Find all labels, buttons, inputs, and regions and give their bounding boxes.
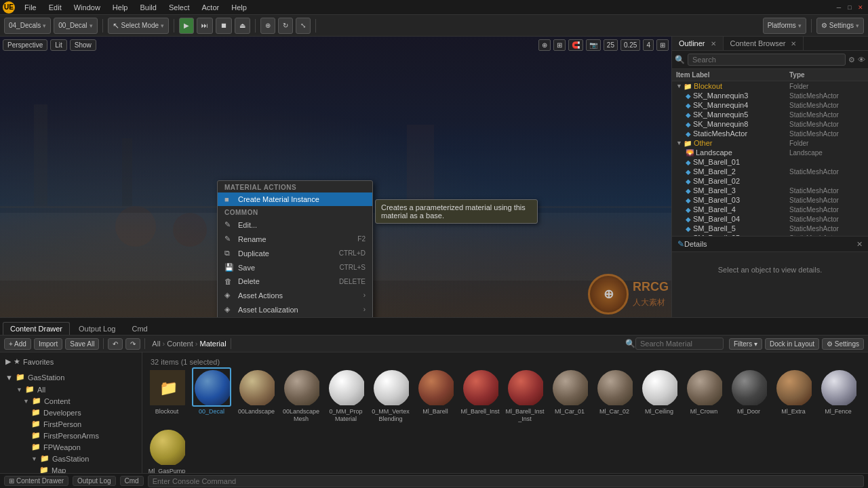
asset-door[interactable]: Ml_Door: [728, 367, 769, 423]
tab-outliner[interactable]: Outliner ✕: [672, 37, 724, 50]
asset-barell-inst2[interactable]: Ml_Barell_Inst _Inst: [505, 367, 545, 423]
tree-item-sk8[interactable]: ◆ SK_Mannequin8 StaticMeshActor: [672, 119, 868, 129]
skip-btn[interactable]: ⏭: [197, 18, 213, 34]
asset-00decal[interactable]: 00_Decal: [191, 367, 232, 423]
lit-btn[interactable]: Lit: [50, 39, 67, 51]
tab-content-browser[interactable]: Content Browser ✕: [724, 37, 804, 50]
tree-item-sk4[interactable]: ◆ SK_Mannequin4 StaticMeshActor: [672, 100, 868, 110]
sidebar-item-firstperson[interactable]: 📁 FirstPerson: [0, 418, 142, 430]
sidebar-item-firstpersonarms[interactable]: 📁 FirstPersonArms: [0, 430, 142, 441]
ctx-asset-actions[interactable]: ◈ Asset Actions ›: [218, 288, 372, 302]
tree-item-barrel2[interactable]: ◆ SM_Barell_2 StaticMeshActor: [672, 167, 868, 176]
maximize-button[interactable]: □: [845, 3, 854, 12]
menu-window[interactable]: Window: [68, 2, 106, 13]
sidebar-item-fpweapon[interactable]: 📁 FPWeapon: [0, 441, 142, 453]
asset-car01[interactable]: Ml_Car_01: [549, 367, 590, 423]
vp-snap-btn[interactable]: 🧲: [568, 39, 583, 51]
show-btn[interactable]: Show: [70, 39, 96, 51]
tree-item-barrel01[interactable]: ◆ SM_Barell_01: [672, 157, 868, 167]
tree-item-barrel5[interactable]: ◆ SM_Barell_5 StaticMeshActor: [672, 224, 868, 233]
asset-car02[interactable]: Ml_Car_02: [594, 367, 635, 423]
tree-item-sk3[interactable]: ◆ SK_Mannequin3 StaticMeshActor: [672, 91, 868, 100]
asset-extra[interactable]: Ml_Extra: [773, 367, 814, 423]
tree-item-other[interactable]: ▼ 📁 Other Folder: [672, 138, 868, 148]
tree-item-barrel04[interactable]: ◆ SM_Barell_04 StaticMeshActor: [672, 214, 868, 224]
asset-mm-prop[interactable]: 0_MM_Prop Material: [326, 367, 366, 423]
outliner-search-input[interactable]: [688, 54, 846, 66]
forward-btn[interactable]: ↷: [125, 338, 140, 350]
tab-content-drawer[interactable]: Content Drawer: [3, 322, 70, 335]
ctx-delete[interactable]: 🗑 Delete DELETE: [218, 274, 372, 288]
history-btn[interactable]: ↶: [108, 338, 123, 350]
vp-grid-btn[interactable]: ⊞: [553, 39, 566, 51]
viewport[interactable]: Perspective Lit Show ⊕ ⊞ 🧲 📷 25 0.25 4 ⊞…: [0, 37, 671, 317]
menu-build[interactable]: Build: [134, 2, 161, 13]
stop-btn[interactable]: ⏹: [216, 18, 232, 34]
cmd-status-btn[interactable]: Cmd: [120, 476, 144, 486]
dock-layout-btn[interactable]: Dock in Layout: [765, 338, 819, 350]
save-all-btn[interactable]: Save All: [65, 338, 99, 350]
project-name-btn[interactable]: 04_Decals ▾: [4, 18, 51, 34]
tree-item-sma[interactable]: ◆ StaticMeshActor StaticMeshActor: [672, 129, 868, 138]
menu-actor[interactable]: Actor: [197, 2, 225, 13]
play-btn[interactable]: ▶: [179, 18, 194, 34]
tree-item-sk5[interactable]: ◆ SK_Mannequin5 StaticMeshActor: [672, 110, 868, 119]
asset-search-input[interactable]: [635, 338, 724, 350]
breadcrumb-all[interactable]: All: [152, 340, 160, 348]
ctx-create-material-instance[interactable]: ■ Create Material Instance: [218, 192, 372, 206]
details-close-btn[interactable]: ✕: [856, 240, 863, 249]
content-drawer-status-btn[interactable]: ⊞ Content Drawer: [4, 476, 68, 486]
console-input[interactable]: [148, 475, 864, 487]
vp-num3[interactable]: 4: [643, 39, 654, 51]
tree-item-barrel02[interactable]: ◆ SM_Barell_02: [672, 176, 868, 186]
vp-num2[interactable]: 0.25: [620, 39, 640, 51]
transform-btn[interactable]: ⊕: [260, 18, 275, 34]
tree-item-barrel03[interactable]: ◆ SM_Barell_03 StaticMeshActor: [672, 195, 868, 205]
ctx-duplicate[interactable]: ⧉ Duplicate CTRL+D: [218, 246, 372, 260]
sidebar-item-all[interactable]: ▼ 📁 All: [0, 384, 142, 395]
project-header[interactable]: ▼ 📁 GasStation: [0, 371, 142, 384]
menu-help2[interactable]: Help: [226, 2, 252, 13]
content-browser-tab-close[interactable]: ✕: [791, 40, 796, 47]
sidebar-item-gasstation[interactable]: ▼ 📁 GasStation: [0, 453, 142, 464]
close-button[interactable]: ✕: [856, 3, 865, 12]
asset-name-btn[interactable]: 00_Decal ▾: [54, 18, 97, 34]
outliner-tree[interactable]: ▼ 📁 Blockout Folder ◆ SK_Mannequin3 Stat…: [672, 81, 868, 236]
asset-gaspump[interactable]: Ml_GasPump: [146, 427, 187, 473]
filter-btn[interactable]: Filters ▾: [729, 338, 762, 350]
asset-barell-inst[interactable]: Ml_Barell_Inst: [460, 367, 500, 423]
asset-landscape-0[interactable]: 00Landscape: [236, 367, 277, 423]
sidebar-item-developers[interactable]: 📁 Developers: [0, 407, 142, 418]
asset-landscape-mesh[interactable]: 00Landscape Mesh: [281, 367, 321, 423]
asset-mm-vertex[interactable]: 0_MM_Vertex Blending: [370, 367, 411, 423]
eye-icon[interactable]: 👁: [858, 56, 865, 64]
favorites-header[interactable]: ▶ ★ Favorites: [0, 355, 142, 368]
rotate-btn[interactable]: ↻: [278, 18, 293, 34]
asset-fence[interactable]: Ml_Fence: [818, 367, 859, 423]
ctx-rename[interactable]: ✎ Rename F2: [218, 232, 372, 246]
add-btn[interactable]: + Add: [4, 338, 31, 350]
tab-output-log[interactable]: Output Log: [71, 322, 123, 335]
asset-barell[interactable]: Ml_Barell: [415, 367, 456, 423]
ctx-save[interactable]: 💾 Save CTRL+S: [218, 260, 372, 274]
breadcrumb-material[interactable]: Material: [199, 340, 226, 348]
tree-item-barrel3[interactable]: ◆ SM_Barell_3 StaticMeshActor: [672, 186, 868, 195]
breadcrumb-content[interactable]: Content: [167, 340, 193, 348]
tree-item-barrel4[interactable]: ◆ SM_Barell_4 StaticMeshActor: [672, 205, 868, 214]
perspective-btn[interactable]: Perspective: [3, 39, 47, 51]
tree-item-blockout[interactable]: ▼ 📁 Blockout Folder: [672, 81, 868, 91]
select-mode-btn[interactable]: ↖ Select Mode ▾: [108, 18, 170, 34]
import-btn[interactable]: Import: [34, 338, 62, 350]
platforms-button[interactable]: Platforms ▾: [763, 18, 806, 34]
tab-cmd[interactable]: Cmd: [124, 322, 155, 335]
vp-transform-icon[interactable]: ⊕: [538, 39, 551, 51]
eject-btn[interactable]: ⏏: [235, 18, 250, 34]
sidebar-item-content[interactable]: ▼ 📁 Content: [0, 395, 142, 407]
tree-item-landscape[interactable]: 🌄 Landscape Landscape: [672, 148, 868, 157]
vp-camera-btn[interactable]: 📷: [586, 39, 601, 51]
asset-crown[interactable]: Ml_Crown: [684, 367, 724, 423]
ctx-asset-localization[interactable]: ◈ Asset Localization ›: [218, 302, 372, 317]
scale-btn[interactable]: ⤡: [296, 18, 311, 34]
vp-layout-btn[interactable]: ⊞: [656, 39, 669, 51]
output-log-status-btn[interactable]: Output Log: [73, 476, 115, 486]
